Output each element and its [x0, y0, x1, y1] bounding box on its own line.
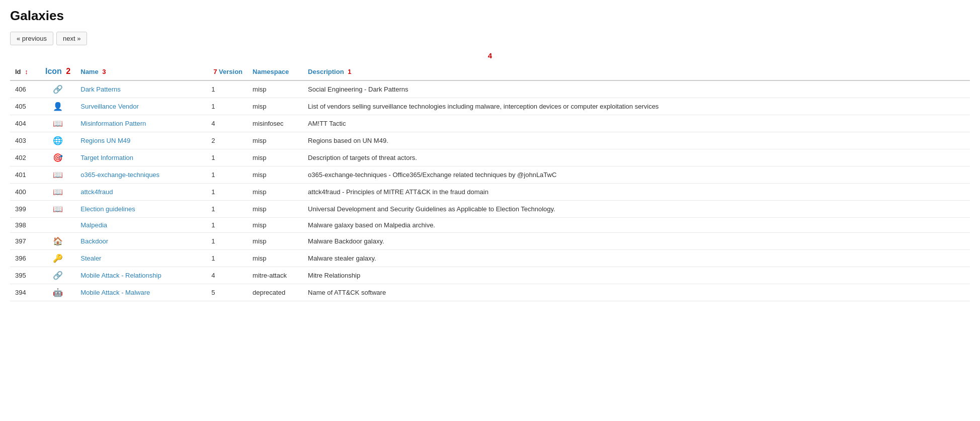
cell-id: 395	[10, 267, 40, 284]
cell-name[interactable]: o365-exchange-techniques	[75, 166, 206, 184]
table-row[interactable]: 406🔗Dark Patterns1mispSocial Engineering…	[10, 80, 970, 98]
galaxy-icon: 📖	[53, 188, 63, 196]
cell-name[interactable]: Regions UN M49	[75, 132, 206, 149]
table-row[interactable]: 399📖Election guidelines1mispUniversal De…	[10, 201, 970, 218]
cell-version: 1	[206, 149, 248, 166]
cell-id: 401	[10, 166, 40, 184]
cell-namespace: deprecated	[248, 284, 303, 301]
cell-name[interactable]: Stealer	[75, 250, 206, 267]
cell-name[interactable]: Target Information	[75, 149, 206, 166]
cell-id: 398	[10, 218, 40, 233]
cell-version: 1	[206, 166, 248, 184]
galaxy-name-link[interactable]: Backdoor	[80, 237, 108, 245]
table-row[interactable]: 402🎯Target Information1mispDescription o…	[10, 149, 970, 166]
cell-description: Description of targets of threat actors.	[303, 149, 970, 166]
galaxy-name-link[interactable]: Malpedia	[80, 221, 107, 229]
cell-description: Malware Backdoor galaxy.	[303, 233, 970, 250]
table-row[interactable]: 398Malpedia1mispMalware galaxy based on …	[10, 218, 970, 233]
cell-id: 404	[10, 115, 40, 132]
cell-namespace: mitre-attack	[248, 267, 303, 284]
cell-icon: 📖	[40, 115, 75, 132]
table-row[interactable]: 403🌐Regions UN M492mispRegions based on …	[10, 132, 970, 149]
galaxy-name-link[interactable]: Misinformation Pattern	[80, 120, 146, 127]
cell-name[interactable]: Mobile Attack - Relationship	[75, 267, 206, 284]
galaxy-name-link[interactable]: Mobile Attack - Malware	[80, 289, 150, 296]
galaxy-name-link[interactable]: Target Information	[80, 154, 133, 161]
cell-icon: 🤖	[40, 284, 75, 301]
col-header-version[interactable]: 7 Version	[206, 63, 248, 80]
galaxy-icon: 📖	[53, 205, 63, 213]
cell-namespace: misinfosec	[248, 115, 303, 132]
cell-description: Name of ATT&CK software	[303, 284, 970, 301]
cell-id: 400	[10, 184, 40, 201]
galaxy-name-link[interactable]: o365-exchange-techniques	[80, 171, 159, 179]
next-button[interactable]: next »	[56, 32, 87, 45]
cell-namespace: misp	[248, 218, 303, 233]
cell-version: 2	[206, 132, 248, 149]
galaxy-icon: 📖	[53, 119, 63, 128]
col-header-description[interactable]: Description 1	[303, 63, 970, 80]
cell-name[interactable]: Mobile Attack - Malware	[75, 284, 206, 301]
table-row[interactable]: 400📖attck4fraud1mispattck4fraud - Princi…	[10, 184, 970, 201]
cell-id: 405	[10, 98, 40, 115]
galaxy-icon: 👤	[53, 102, 63, 111]
galaxy-name-link[interactable]: Stealer	[80, 255, 101, 262]
cell-name[interactable]: Malpedia	[75, 218, 206, 233]
col-header-id[interactable]: Id ↕	[10, 63, 40, 80]
galaxy-icon: 🏠	[53, 237, 63, 245]
cell-id: 394	[10, 284, 40, 301]
table-row[interactable]: 396🔑Stealer1mispMalware stealer galaxy.	[10, 250, 970, 267]
galaxy-name-link[interactable]: attck4fraud	[80, 188, 113, 196]
galaxy-icon: 🔑	[53, 254, 63, 263]
cell-description: Social Engineering - Dark Patterns	[303, 80, 970, 98]
galaxy-name-link[interactable]: Regions UN M49	[80, 137, 130, 144]
table-row[interactable]: 397🏠Backdoor1mispMalware Backdoor galaxy…	[10, 233, 970, 250]
cell-description: AM!TT Tactic	[303, 115, 970, 132]
galaxy-name-link[interactable]: Election guidelines	[80, 205, 135, 213]
galaxy-name-link[interactable]: Mobile Attack - Relationship	[80, 272, 161, 279]
cell-version: 1	[206, 233, 248, 250]
cell-name[interactable]: Dark Patterns	[75, 80, 206, 98]
cell-version: 4	[206, 115, 248, 132]
table-row[interactable]: 395🔗Mobile Attack - Relationship4mitre-a…	[10, 267, 970, 284]
cell-namespace: misp	[248, 233, 303, 250]
cell-namespace: misp	[248, 201, 303, 218]
cell-name[interactable]: Election guidelines	[75, 201, 206, 218]
cell-description: Regions based on UN M49.	[303, 132, 970, 149]
pagination: « previous next »	[10, 32, 970, 45]
cell-id: 402	[10, 149, 40, 166]
cell-version: 1	[206, 184, 248, 201]
cell-namespace: misp	[248, 184, 303, 201]
cell-name[interactable]: Surveillance Vendor	[75, 98, 206, 115]
table-row[interactable]: 401📖o365-exchange-techniques1mispo365-ex…	[10, 166, 970, 184]
table-row[interactable]: 404📖Misinformation Pattern4misinfosecAM!…	[10, 115, 970, 132]
col-badge-description: 1	[348, 68, 351, 75]
cell-name[interactable]: attck4fraud	[75, 184, 206, 201]
galaxy-icon: 🤖	[53, 288, 63, 297]
col-badge-version: 7	[213, 68, 217, 75]
table-row[interactable]: 405👤Surveillance Vendor1mispList of vend…	[10, 98, 970, 115]
cell-description: List of vendors selling surveillance tec…	[303, 98, 970, 115]
cell-description: Malware stealer galaxy.	[303, 250, 970, 267]
cell-icon: 🔑	[40, 250, 75, 267]
table-body: 406🔗Dark Patterns1mispSocial Engineering…	[10, 80, 970, 301]
table-row[interactable]: 394🤖Mobile Attack - Malware5deprecatedNa…	[10, 284, 970, 301]
cell-namespace: misp	[248, 98, 303, 115]
col-header-namespace[interactable]: Namespace	[248, 63, 303, 80]
col-badge-icon: 2	[66, 67, 70, 75]
table-header-row: Id ↕ Icon 2 Name 3 7 Version Namespace D…	[10, 63, 970, 80]
cell-name[interactable]: Misinformation Pattern	[75, 115, 206, 132]
cell-name[interactable]: Backdoor	[75, 233, 206, 250]
previous-button[interactable]: « previous	[10, 32, 53, 45]
cell-icon: 📖	[40, 201, 75, 218]
cell-version: 1	[206, 98, 248, 115]
col-header-icon[interactable]: Icon 2	[40, 63, 75, 80]
cell-namespace: misp	[248, 149, 303, 166]
cell-icon: 🎯	[40, 149, 75, 166]
galaxy-icon: 🌐	[53, 136, 63, 145]
galaxy-name-link[interactable]: Surveillance Vendor	[80, 103, 139, 110]
col-header-name[interactable]: Name 3	[75, 63, 206, 80]
cell-icon: 🏠	[40, 233, 75, 250]
galaxy-name-link[interactable]: Dark Patterns	[80, 86, 120, 93]
cell-icon: 🌐	[40, 132, 75, 149]
